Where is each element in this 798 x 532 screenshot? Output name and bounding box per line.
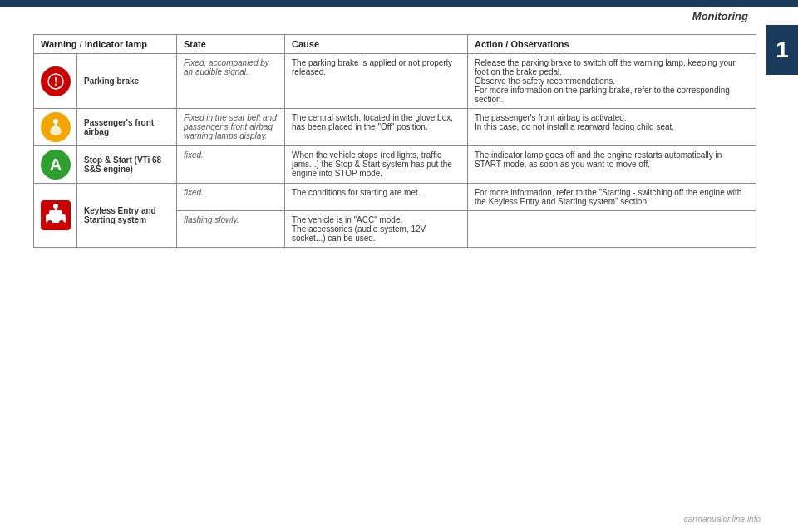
header: Monitoring <box>0 7 798 26</box>
cause-stop-start: When the vehicle stops (red lights, traf… <box>285 146 468 184</box>
col-header-state: State <box>177 35 285 54</box>
svg-point-4 <box>53 119 58 124</box>
action-parking-brake: Release the parking brake to switch off … <box>468 54 756 109</box>
state-airbag: Fixed in the seat belt and passenger's f… <box>177 109 285 146</box>
keyless-icon <box>41 200 71 230</box>
table-header-row: Warning / indicator lamp State Cause Act… <box>34 35 756 54</box>
parking-brake-icon: ! <box>41 66 71 96</box>
top-bar <box>0 0 798 7</box>
svg-rect-18 <box>55 210 58 212</box>
state-parking-brake: Fixed, accompanied by an audible signal. <box>177 54 285 109</box>
cause-parking-brake: The parking brake is applied or not prop… <box>285 54 468 109</box>
main-content: Warning / indicator lamp State Cause Act… <box>0 26 798 256</box>
airbag-icon <box>41 112 71 142</box>
col-header-action: Action / Observations <box>468 35 756 54</box>
svg-point-15 <box>59 220 64 225</box>
lamp-name-parking-brake: Parking brake <box>77 54 177 109</box>
section-number: 1 <box>766 25 798 75</box>
cause-keyless-1: The conditions for starting are met. <box>285 184 468 211</box>
cause-airbag: The central switch, located in the glove… <box>285 109 468 146</box>
lamp-name-keyless: Keyless Entry and Starting system <box>77 184 177 248</box>
col-header-lamp: Warning / indicator lamp <box>34 35 177 54</box>
state-keyless-2: flashing slowly. <box>177 211 285 248</box>
col-header-cause: Cause <box>285 35 468 54</box>
table-row: A Stop & Start (VTi 68 S&S engine) fixed… <box>34 146 756 184</box>
icon-cell-airbag <box>34 109 77 146</box>
action-stop-start: The indicator lamp goes off and the engi… <box>468 146 756 184</box>
table-row: Passenger's front airbag Fixed in the se… <box>34 109 756 146</box>
page-title: Monitoring <box>692 10 748 22</box>
lamp-name-stop-start: Stop & Start (VTi 68 S&S engine) <box>77 146 177 184</box>
action-keyless-2 <box>468 211 756 248</box>
cause-keyless-2: The vehicle is in "ACC" mode. The access… <box>285 211 468 248</box>
action-keyless-1: For more information, refer to the "Star… <box>468 184 756 211</box>
svg-text:A: A <box>49 155 61 174</box>
table-row: ! Parking brake Fixed, accompanied by an… <box>34 54 756 109</box>
table-row: Keyless Entry and Starting system fixed.… <box>34 184 756 211</box>
icon-cell-parking-brake: ! <box>34 54 77 109</box>
svg-text:!: ! <box>53 76 57 88</box>
icon-cell-stop-start: A <box>34 146 77 184</box>
svg-point-14 <box>47 220 52 225</box>
warning-table: Warning / indicator lamp State Cause Act… <box>33 34 756 248</box>
state-stop-start: fixed. <box>177 146 285 184</box>
lamp-name-airbag: Passenger's front airbag <box>77 109 177 146</box>
action-airbag: The passenger's front airbag is activate… <box>468 109 756 146</box>
stop-start-icon: A <box>41 150 71 180</box>
state-keyless-1: fixed. <box>177 184 285 211</box>
footer-logo: carmanualonline.info <box>684 515 761 524</box>
icon-cell-keyless <box>34 184 77 248</box>
